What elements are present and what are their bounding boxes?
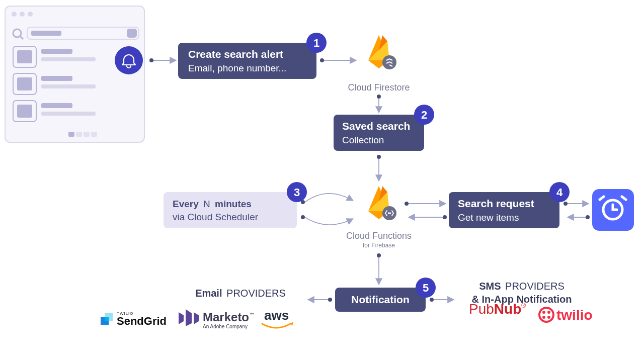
svg-rect-15 [41,76,72,81]
svg-rect-7 [31,31,61,36]
svg-point-66 [539,308,553,322]
svg-text:4: 4 [556,186,563,199]
step-4-box: Search request Get new items 4 [449,182,570,228]
svg-text:Marketo™: Marketo™ [203,310,254,324]
svg-text:Get new items: Get new items [458,212,519,223]
svg-text:3: 3 [294,186,300,199]
svg-text:Notification: Notification [351,294,410,305]
svg-rect-24 [91,132,97,137]
svg-text:2: 2 [421,109,427,121]
alarm-icon [592,189,634,231]
step-1-sub: Email, phone number... [188,63,286,73]
cloud-functions-icon: Cloud Functions for Firebase [346,186,412,249]
browser-mock [5,6,144,142]
svg-point-2 [20,12,25,17]
svg-rect-14 [17,77,32,90]
svg-rect-23 [84,132,90,137]
svg-point-78 [377,155,381,159]
svg-point-3 [28,12,33,17]
svg-text:Collection: Collection [342,135,384,145]
svg-text:via Cloud Scheduler: via Cloud Scheduler [173,212,259,222]
svg-point-76 [377,95,381,99]
step-1-title: Create search alert [188,48,283,60]
svg-rect-18 [17,105,32,118]
cloud-firestore-icon: Cloud Firestore [348,35,410,93]
svg-text:for Firebase: for Firebase [363,242,395,249]
architecture-diagram: Create search alert Email, phone number.… [0,0,644,362]
svg-rect-16 [41,84,96,88]
bell-badge [115,46,143,74]
aws-logo: aws [262,308,293,328]
step-5-box: Notification 5 [335,278,436,312]
svg-rect-11 [41,49,72,54]
svg-rect-8 [127,29,137,38]
svg-point-74 [320,58,324,62]
svg-point-40 [388,213,389,214]
svg-text:twilio: twilio [556,307,593,323]
svg-point-86 [564,202,568,206]
svg-rect-21 [68,132,74,137]
svg-point-41 [390,213,391,214]
svg-text:An Adobe Company: An Adobe Company [203,324,248,329]
svg-text:PubNub®: PubNub® [469,301,526,317]
svg-text:1: 1 [313,37,319,49]
svg-rect-10 [17,50,32,63]
svg-point-1 [12,12,17,17]
sendgrid-logo: TWILIO SendGrid [101,311,167,327]
svg-point-88 [586,215,590,219]
svg-rect-59 [105,317,109,321]
svg-text:aws: aws [264,308,289,323]
svg-point-69 [542,316,545,319]
svg-text:SMS
    PROVIDERS: SMS PROVIDERS [479,281,565,292]
svg-point-80 [301,200,305,204]
svg-point-92 [328,298,332,302]
svg-point-90 [377,253,381,257]
svg-point-67 [542,311,545,314]
svg-text:Every
      N
      minutes: Every N minutes [173,199,252,209]
svg-text:SendGrid: SendGrid [117,315,167,327]
email-providers-heading: Email PROVIDERS [195,288,286,299]
svg-text:Search request: Search request [458,198,534,209]
svg-point-84 [443,215,447,219]
svg-point-70 [547,316,550,319]
svg-rect-22 [76,132,82,137]
svg-rect-19 [41,103,72,108]
svg-text:5: 5 [423,282,429,294]
cloud-firestore-label: Cloud Firestore [348,82,410,93]
step-2-box: Saved search Collection 2 [334,105,434,151]
step-1-box: Create search alert Email, phone number.… [178,33,327,79]
svg-rect-20 [41,112,96,116]
svg-text:Saved search: Saved search [342,120,410,132]
marketo-logo: Marketo™ An Adobe Company [179,309,254,329]
pubnub-logo: PubNub® [469,301,526,317]
connectors [149,58,590,302]
svg-text:Cloud Functions: Cloud Functions [346,231,412,241]
svg-point-94 [430,298,434,302]
step-3-box: Every N minutes via Cloud Scheduler 3 [164,182,307,228]
svg-point-82 [405,202,409,206]
svg-rect-34 [164,192,297,228]
svg-point-68 [547,311,550,314]
twilio-logo: twilio [539,307,593,323]
svg-point-72 [149,58,153,62]
svg-point-81 [301,215,305,219]
svg-rect-12 [41,57,96,61]
